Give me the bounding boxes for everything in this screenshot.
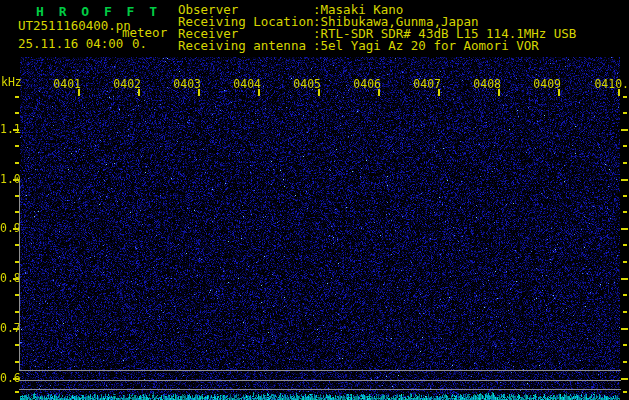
- y-minor-tick-left: [15, 112, 19, 114]
- y-minor-tick-right: [623, 112, 627, 114]
- x-tick-mark: [78, 89, 80, 96]
- meta-field-value: :5el Yagi Az 20 for Aomori VOR: [313, 40, 539, 52]
- y-minor-tick-right: [623, 311, 627, 313]
- marker-line-lower: [19, 389, 621, 390]
- y-minor-tick-right: [623, 96, 627, 98]
- marker-line-middle: [19, 380, 621, 381]
- y-major-tick-right: [621, 278, 628, 280]
- x-tick-mark: [378, 89, 380, 96]
- hrofft-output: H R O F F T UT2511160400.pn meteor 25.11…: [0, 0, 629, 400]
- y-minor-tick-right: [623, 162, 627, 164]
- y-minor-tick-left: [15, 145, 19, 147]
- datetime-text: 25.11.16 04:00: [18, 38, 123, 50]
- x-tick-mark: [258, 89, 260, 96]
- x-tick-label: 0401: [53, 78, 81, 90]
- y-minor-tick-right: [623, 344, 627, 346]
- x-tick-label: 0406: [353, 78, 381, 90]
- spectrogram-canvas: [20, 57, 620, 400]
- y-major-tick-right: [621, 228, 628, 230]
- y-minor-tick-left: [15, 162, 19, 164]
- x-tick-mark: [558, 89, 560, 96]
- x-tick-label: 0402: [113, 78, 141, 90]
- app-title: H R O F F T: [36, 5, 161, 18]
- y-minor-tick-right: [623, 391, 627, 393]
- x-tick-mark: [138, 89, 140, 96]
- x-tick-label: 0404: [233, 78, 261, 90]
- y-minor-tick-right: [623, 294, 627, 296]
- x-tick-label: 0403: [173, 78, 201, 90]
- meta-field-label: Receiving antenna: [178, 40, 306, 52]
- y-minor-tick-right: [623, 361, 627, 363]
- x-tick-mark: [438, 89, 440, 96]
- y-major-tick-right: [621, 129, 628, 131]
- y-minor-tick-right: [623, 211, 627, 213]
- marker-line-upper: [19, 370, 621, 371]
- y-major-tick-left: [13, 129, 19, 131]
- x-tick-mark: [618, 89, 620, 96]
- y-minor-tick-right: [623, 261, 627, 263]
- y-minor-tick-left: [15, 391, 19, 393]
- band-left-border-line: [19, 181, 20, 371]
- x-tick-label: 0407: [413, 78, 441, 90]
- y-minor-tick-left: [15, 96, 19, 98]
- x-tick-mark: [498, 89, 500, 96]
- filename-text: UT2511160400.pn: [18, 20, 131, 32]
- y-major-tick-right: [621, 378, 628, 380]
- x-tick-label: 0409: [533, 78, 561, 90]
- y-major-tick-right: [621, 328, 628, 330]
- x-tick-label: 0408: [473, 78, 501, 90]
- echo-count: 0.: [132, 38, 147, 50]
- y-axis-unit-label: kHz: [1, 76, 22, 88]
- y-minor-tick-right: [623, 195, 627, 197]
- x-tick-label: 0410.: [593, 78, 629, 90]
- y-minor-tick-right: [623, 145, 627, 147]
- x-tick-label: 0405: [293, 78, 321, 90]
- x-tick-mark: [198, 89, 200, 96]
- y-major-tick-right: [621, 179, 628, 181]
- y-minor-tick-right: [623, 244, 627, 246]
- x-tick-mark: [318, 89, 320, 96]
